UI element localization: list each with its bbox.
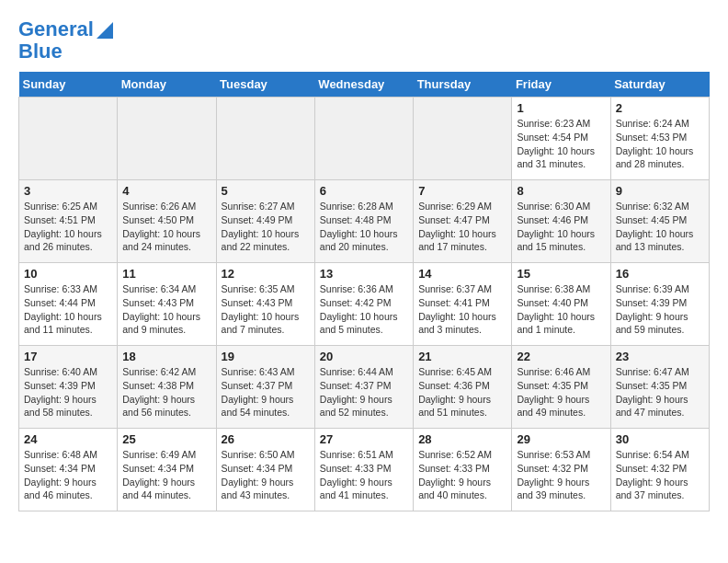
calendar-cell: 7Sunrise: 6:29 AM Sunset: 4:47 PM Daylig… bbox=[414, 180, 512, 263]
calendar-cell bbox=[19, 98, 118, 180]
calendar-cell: 19Sunrise: 6:43 AM Sunset: 4:37 PM Dayli… bbox=[216, 346, 314, 429]
day-info: Sunrise: 6:52 AM Sunset: 4:33 PM Dayligh… bbox=[418, 448, 506, 502]
calendar-cell: 13Sunrise: 6:36 AM Sunset: 4:42 PM Dayli… bbox=[314, 263, 413, 346]
calendar-cell: 8Sunrise: 6:30 AM Sunset: 4:46 PM Daylig… bbox=[512, 180, 610, 263]
day-info: Sunrise: 6:51 AM Sunset: 4:33 PM Dayligh… bbox=[320, 448, 408, 502]
day-number: 23 bbox=[616, 350, 704, 363]
day-number: 13 bbox=[320, 267, 408, 281]
day-info: Sunrise: 6:48 AM Sunset: 4:34 PM Dayligh… bbox=[24, 448, 112, 502]
day-info: Sunrise: 6:34 AM Sunset: 4:43 PM Dayligh… bbox=[122, 282, 210, 337]
day-number: 30 bbox=[616, 432, 704, 446]
day-number: 10 bbox=[24, 267, 112, 281]
calendar-cell: 3Sunrise: 6:25 AM Sunset: 4:51 PM Daylig… bbox=[19, 180, 118, 263]
day-info: Sunrise: 6:27 AM Sunset: 4:49 PM Dayligh… bbox=[222, 200, 310, 254]
day-info: Sunrise: 6:44 AM Sunset: 4:37 PM Dayligh… bbox=[320, 365, 408, 419]
day-info: Sunrise: 6:30 AM Sunset: 4:46 PM Dayligh… bbox=[517, 200, 605, 254]
day-number: 5 bbox=[222, 184, 310, 198]
calendar-cell bbox=[216, 98, 314, 180]
calendar-cell: 11Sunrise: 6:34 AM Sunset: 4:43 PM Dayli… bbox=[118, 263, 216, 346]
calendar-cell: 9Sunrise: 6:32 AM Sunset: 4:45 PM Daylig… bbox=[610, 180, 709, 263]
day-info: Sunrise: 6:37 AM Sunset: 4:41 PM Dayligh… bbox=[418, 282, 506, 337]
calendar-cell: 23Sunrise: 6:47 AM Sunset: 4:35 PM Dayli… bbox=[610, 346, 709, 429]
calendar-cell: 2Sunrise: 6:24 AM Sunset: 4:53 PM Daylig… bbox=[610, 98, 709, 180]
day-header-wednesday: Wednesday bbox=[314, 72, 413, 98]
calendar-cell: 15Sunrise: 6:38 AM Sunset: 4:40 PM Dayli… bbox=[512, 263, 610, 346]
calendar-cell: 29Sunrise: 6:53 AM Sunset: 4:32 PM Dayli… bbox=[512, 429, 610, 511]
day-number: 7 bbox=[418, 184, 506, 198]
calendar-cell: 27Sunrise: 6:51 AM Sunset: 4:33 PM Dayli… bbox=[314, 429, 413, 511]
day-info: Sunrise: 6:33 AM Sunset: 4:44 PM Dayligh… bbox=[24, 282, 112, 337]
day-number: 19 bbox=[222, 350, 310, 363]
day-info: Sunrise: 6:29 AM Sunset: 4:47 PM Dayligh… bbox=[418, 200, 506, 254]
day-number: 14 bbox=[418, 267, 506, 281]
calendar-cell: 25Sunrise: 6:49 AM Sunset: 4:34 PM Dayli… bbox=[118, 429, 216, 511]
day-number: 4 bbox=[122, 184, 210, 198]
logo-triangle-icon bbox=[97, 18, 113, 39]
calendar-cell: 14Sunrise: 6:37 AM Sunset: 4:41 PM Dayli… bbox=[414, 263, 512, 346]
day-number: 26 bbox=[222, 432, 310, 446]
day-number: 22 bbox=[517, 350, 605, 363]
calendar-cell: 22Sunrise: 6:46 AM Sunset: 4:35 PM Dayli… bbox=[512, 346, 610, 429]
logo-text-line1: General bbox=[18, 18, 94, 40]
calendar-cell: 10Sunrise: 6:33 AM Sunset: 4:44 PM Dayli… bbox=[19, 263, 118, 346]
day-number: 21 bbox=[418, 350, 506, 363]
day-number: 15 bbox=[517, 267, 605, 281]
day-number: 9 bbox=[616, 184, 704, 198]
logo: General Blue bbox=[18, 18, 113, 63]
day-number: 24 bbox=[24, 432, 112, 446]
day-info: Sunrise: 6:46 AM Sunset: 4:35 PM Dayligh… bbox=[517, 365, 605, 419]
day-info: Sunrise: 6:25 AM Sunset: 4:51 PM Dayligh… bbox=[24, 200, 112, 254]
day-number: 3 bbox=[24, 184, 112, 198]
day-number: 17 bbox=[24, 350, 112, 363]
day-number: 11 bbox=[122, 267, 210, 281]
day-info: Sunrise: 6:32 AM Sunset: 4:45 PM Dayligh… bbox=[616, 200, 704, 254]
calendar-cell: 24Sunrise: 6:48 AM Sunset: 4:34 PM Dayli… bbox=[19, 429, 118, 511]
day-number: 2 bbox=[616, 101, 704, 115]
day-info: Sunrise: 6:53 AM Sunset: 4:32 PM Dayligh… bbox=[517, 448, 605, 502]
calendar-cell: 18Sunrise: 6:42 AM Sunset: 4:38 PM Dayli… bbox=[118, 346, 216, 429]
day-info: Sunrise: 6:47 AM Sunset: 4:35 PM Dayligh… bbox=[616, 365, 704, 419]
day-info: Sunrise: 6:50 AM Sunset: 4:34 PM Dayligh… bbox=[222, 448, 310, 502]
day-number: 12 bbox=[222, 267, 310, 281]
day-number: 1 bbox=[517, 101, 605, 115]
day-header-sunday: Sunday bbox=[19, 72, 118, 98]
calendar-cell: 20Sunrise: 6:44 AM Sunset: 4:37 PM Dayli… bbox=[314, 346, 413, 429]
calendar-table: SundayMondayTuesdayWednesdayThursdayFrid… bbox=[18, 72, 710, 511]
calendar-cell: 21Sunrise: 6:45 AM Sunset: 4:36 PM Dayli… bbox=[414, 346, 512, 429]
day-info: Sunrise: 6:38 AM Sunset: 4:40 PM Dayligh… bbox=[517, 282, 605, 337]
logo-text-line2: Blue bbox=[18, 40, 63, 63]
calendar-cell: 16Sunrise: 6:39 AM Sunset: 4:39 PM Dayli… bbox=[610, 263, 709, 346]
day-number: 18 bbox=[122, 350, 210, 363]
day-info: Sunrise: 6:43 AM Sunset: 4:37 PM Dayligh… bbox=[222, 365, 310, 419]
calendar-cell: 26Sunrise: 6:50 AM Sunset: 4:34 PM Dayli… bbox=[216, 429, 314, 511]
calendar-cell: 17Sunrise: 6:40 AM Sunset: 4:39 PM Dayli… bbox=[19, 346, 118, 429]
day-info: Sunrise: 6:49 AM Sunset: 4:34 PM Dayligh… bbox=[122, 448, 210, 502]
calendar-cell: 28Sunrise: 6:52 AM Sunset: 4:33 PM Dayli… bbox=[414, 429, 512, 511]
day-number: 28 bbox=[418, 432, 506, 446]
calendar-cell: 5Sunrise: 6:27 AM Sunset: 4:49 PM Daylig… bbox=[216, 180, 314, 263]
calendar-cell bbox=[118, 98, 216, 180]
day-header-friday: Friday bbox=[512, 72, 610, 98]
calendar-cell bbox=[414, 98, 512, 180]
day-info: Sunrise: 6:28 AM Sunset: 4:48 PM Dayligh… bbox=[320, 200, 408, 254]
day-header-thursday: Thursday bbox=[414, 72, 512, 98]
day-number: 16 bbox=[616, 267, 704, 281]
day-info: Sunrise: 6:42 AM Sunset: 4:38 PM Dayligh… bbox=[122, 365, 210, 419]
calendar-cell: 4Sunrise: 6:26 AM Sunset: 4:50 PM Daylig… bbox=[118, 180, 216, 263]
day-info: Sunrise: 6:24 AM Sunset: 4:53 PM Dayligh… bbox=[616, 117, 704, 171]
calendar-cell: 12Sunrise: 6:35 AM Sunset: 4:43 PM Dayli… bbox=[216, 263, 314, 346]
day-info: Sunrise: 6:45 AM Sunset: 4:36 PM Dayligh… bbox=[418, 365, 506, 419]
day-number: 25 bbox=[122, 432, 210, 446]
calendar-cell: 6Sunrise: 6:28 AM Sunset: 4:48 PM Daylig… bbox=[314, 180, 413, 263]
calendar-cell bbox=[314, 98, 413, 180]
day-info: Sunrise: 6:36 AM Sunset: 4:42 PM Dayligh… bbox=[320, 282, 408, 337]
calendar-cell: 1Sunrise: 6:23 AM Sunset: 4:54 PM Daylig… bbox=[512, 98, 610, 180]
day-info: Sunrise: 6:40 AM Sunset: 4:39 PM Dayligh… bbox=[24, 365, 112, 419]
page-header: General Blue bbox=[18, 18, 710, 63]
day-number: 27 bbox=[320, 432, 408, 446]
day-header-monday: Monday bbox=[118, 72, 216, 98]
day-number: 29 bbox=[517, 432, 605, 446]
calendar-cell: 30Sunrise: 6:54 AM Sunset: 4:32 PM Dayli… bbox=[610, 429, 709, 511]
day-number: 6 bbox=[320, 184, 408, 198]
day-number: 20 bbox=[320, 350, 408, 363]
